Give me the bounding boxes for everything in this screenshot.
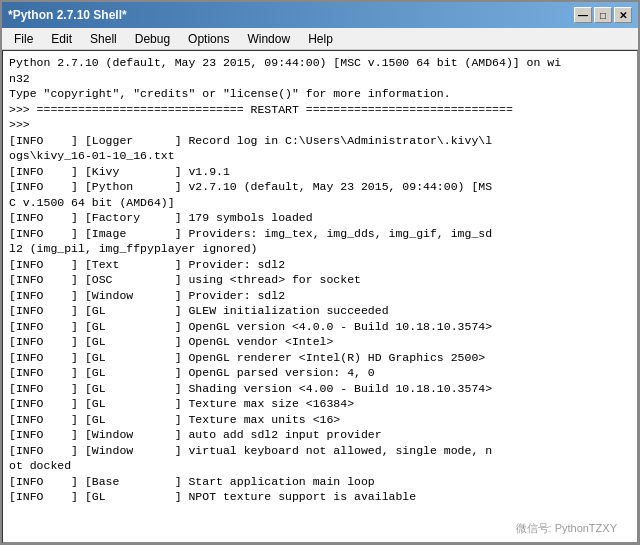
main-window: *Python 2.7.10 Shell* — □ ✕ File Edit Sh… bbox=[0, 0, 640, 545]
close-button[interactable]: ✕ bbox=[614, 7, 632, 23]
menu-bar: File Edit Shell Debug Options Window Hel… bbox=[2, 28, 638, 50]
menu-edit[interactable]: Edit bbox=[43, 30, 80, 48]
title-bar: *Python 2.7.10 Shell* — □ ✕ bbox=[2, 2, 638, 28]
window-controls: — □ ✕ bbox=[574, 7, 632, 23]
terminal-text: Python 2.7.10 (default, May 23 2015, 09:… bbox=[9, 55, 631, 505]
window-title: *Python 2.7.10 Shell* bbox=[8, 8, 127, 22]
menu-file[interactable]: File bbox=[6, 30, 41, 48]
menu-window[interactable]: Window bbox=[239, 30, 298, 48]
minimize-button[interactable]: — bbox=[574, 7, 592, 23]
menu-shell[interactable]: Shell bbox=[82, 30, 125, 48]
menu-options[interactable]: Options bbox=[180, 30, 237, 48]
menu-debug[interactable]: Debug bbox=[127, 30, 178, 48]
menu-help[interactable]: Help bbox=[300, 30, 341, 48]
watermark: 微信号: PythonTZXY bbox=[516, 521, 617, 536]
maximize-button[interactable]: □ bbox=[594, 7, 612, 23]
terminal-output[interactable]: Python 2.7.10 (default, May 23 2015, 09:… bbox=[2, 50, 638, 543]
